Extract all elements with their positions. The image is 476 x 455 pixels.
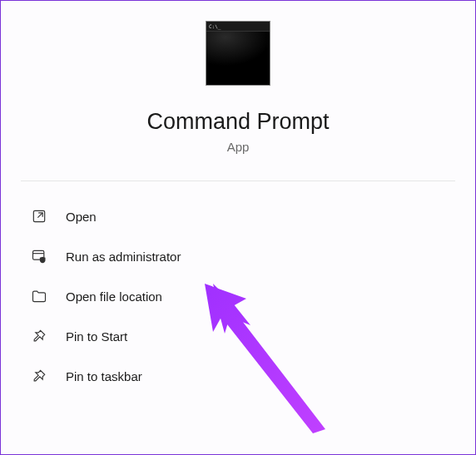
search-result-panel: C:\_ Command Prompt App <box>1 1 475 181</box>
app-title: Command Prompt <box>146 109 329 135</box>
menu-item-label: Open file location <box>66 289 162 304</box>
run-as-administrator-menu-item[interactable]: Run as administrator <box>21 236 455 276</box>
menu-item-label: Pin to Start <box>66 329 127 344</box>
context-menu: Open Run as administrator Open file loca… <box>1 181 475 411</box>
menu-item-label: Pin to taskbar <box>66 369 142 383</box>
open-menu-item[interactable]: Open <box>21 196 455 236</box>
open-icon <box>31 208 47 225</box>
menu-item-label: Run as administrator <box>66 250 181 264</box>
open-file-location-menu-item[interactable]: Open file location <box>21 276 455 316</box>
pin-to-taskbar-menu-item[interactable]: Pin to taskbar <box>21 356 455 396</box>
admin-shield-icon <box>31 248 47 265</box>
folder-icon <box>31 288 47 304</box>
menu-item-label: Open <box>66 210 97 224</box>
pin-to-start-menu-item[interactable]: Pin to Start <box>21 316 455 356</box>
pin-icon <box>31 328 47 344</box>
pin-icon <box>31 368 47 384</box>
command-prompt-icon: C:\_ <box>206 21 270 86</box>
app-type-label: App <box>227 140 250 154</box>
icon-prompt-text: C:\_ <box>209 23 221 29</box>
